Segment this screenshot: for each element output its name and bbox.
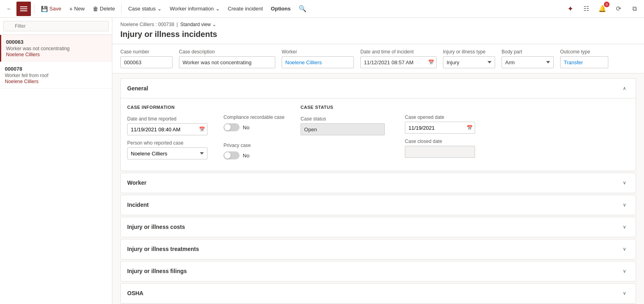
section-osha-toggle[interactable]: ∨ — [620, 288, 629, 298]
date-time-input[interactable] — [360, 56, 437, 68]
worker-input[interactable] — [282, 56, 354, 68]
section-osha-title: OSHA — [127, 290, 143, 296]
save-button[interactable]: 💾 Save — [38, 4, 65, 14]
section-general: General ∧ CASE INFORMATION Date and time… — [120, 78, 636, 171]
create-incident-button[interactable]: Create incident — [225, 4, 266, 13]
case-opened-label: Case opened date — [405, 114, 475, 120]
section-costs-title: Injury or illness costs — [127, 224, 185, 230]
refresh-icon: ⟳ — [616, 5, 621, 12]
chevron-down-icon-worker: ∨ — [623, 180, 626, 186]
section-costs-header[interactable]: Injury or illness costs ∨ — [121, 217, 636, 237]
refresh-button[interactable]: ⟳ — [612, 2, 625, 15]
section-filings-toggle[interactable]: ∨ — [620, 266, 629, 276]
section-incident-toggle[interactable]: ∨ — [620, 200, 629, 210]
case-desc-1: Worker was not concentrating — [6, 46, 107, 51]
privacy-toggle[interactable] — [223, 151, 240, 159]
case-description-input[interactable] — [179, 56, 275, 68]
worker-label: Worker — [282, 49, 354, 55]
person-reported-select[interactable]: Noelene Cilliers — [127, 147, 207, 159]
general-grid: CASE INFORMATION Date and time reported … — [127, 105, 629, 164]
case-closed-field: Case closed date — [405, 139, 475, 158]
section-incident-title: Incident — [127, 202, 149, 208]
separator-2 — [121, 4, 122, 14]
sidebar-item-000078[interactable]: 000078 Worker fell from roof Noelene Cil… — [0, 62, 112, 89]
delete-button[interactable]: 🗑 Delete — [89, 4, 118, 14]
recordable-knob — [224, 124, 231, 131]
case-closed-input[interactable] — [405, 146, 475, 158]
section-costs: Injury or illness costs ∨ — [120, 217, 636, 237]
breadcrumb-separator: | — [177, 22, 178, 27]
search-button[interactable]: 🔍 — [295, 3, 310, 14]
section-worker-header[interactable]: Worker ∨ — [121, 173, 636, 193]
sidebar-filter-area: 🔍 — [0, 18, 112, 35]
case-info-subtitle: CASE INFORMATION — [127, 105, 207, 110]
outcome-type-input[interactable] — [560, 56, 608, 68]
filter-input[interactable] — [3, 21, 109, 31]
section-filings-header[interactable]: Injury or illness filings ∨ — [121, 261, 636, 281]
section-treatments-toggle[interactable]: ∨ — [620, 244, 629, 254]
case-number-2: 000078 — [5, 66, 107, 72]
favorites-icon: ✦ — [567, 4, 573, 13]
case-description-field: Case description — [179, 49, 275, 68]
case-closed-wrapper — [405, 146, 475, 158]
date-reported-calendar-icon[interactable]: 📅 — [199, 126, 205, 132]
injury-type-select[interactable]: Injury Illness Near miss — [443, 56, 495, 68]
compliance-recordable-group: Compliance recordable case No — [223, 114, 284, 136]
date-reported-field: Date and time reported 📅 — [127, 116, 207, 135]
section-filings: Injury or illness filings ∨ — [120, 261, 636, 282]
case-closed-label: Case closed date — [405, 139, 475, 144]
back-button[interactable]: ← — [3, 4, 15, 13]
worker-information-button[interactable]: Worker information ⌄ — [167, 4, 223, 13]
outcome-type-field: Outcome type — [560, 49, 608, 68]
outcome-type-label: Outcome type — [560, 49, 608, 55]
toolbar-right: ✦ ☷ 🔔 0 ⟳ ⧉ — [564, 2, 641, 15]
section-costs-toggle[interactable]: ∨ — [620, 222, 629, 232]
injury-type-field: Injury or illness type Injury Illness Ne… — [443, 49, 495, 68]
chevron-down-icon-treatments: ∨ — [623, 246, 626, 252]
status-input[interactable] — [301, 123, 385, 135]
case-opened-input[interactable] — [405, 122, 475, 134]
section-incident: Incident ∨ — [120, 195, 636, 215]
recordable-toggle[interactable] — [223, 123, 240, 131]
chevron-down-icon-osha: ∨ — [623, 290, 626, 296]
section-filings-title: Injury or illness filings — [127, 268, 187, 274]
person-reported-label: Person who reported case — [127, 140, 207, 146]
case-opened-wrapper: 📅 — [405, 122, 475, 134]
person-reported-field: Person who reported case Noelene Cillier… — [127, 140, 207, 159]
privacy-case-group: Privacy case No — [223, 143, 284, 164]
opened-calendar-icon[interactable]: 📅 — [467, 125, 473, 131]
case-status-button[interactable]: Case status ⌄ — [125, 4, 165, 13]
apps-icon-button[interactable]: ☷ — [580, 2, 593, 15]
date-reported-input[interactable] — [127, 123, 207, 135]
worker-info-chevron-icon: ⌄ — [215, 6, 220, 12]
body-part-label: Body part — [502, 49, 554, 55]
section-worker-toggle[interactable]: ∨ — [620, 178, 629, 188]
case-number-label: Case number — [120, 49, 173, 55]
date-time-label: Date and time of incident — [360, 49, 437, 55]
body-part-select[interactable]: Arm Head Leg Back Hand — [502, 56, 554, 68]
hamburger-button[interactable] — [16, 2, 31, 16]
recordable-toggle-row: No — [223, 123, 284, 131]
sidebar-item-000063[interactable]: 000063 Worker was not concentrating Noel… — [0, 35, 112, 62]
section-incident-header[interactable]: Incident ∨ — [121, 195, 636, 215]
date-time-calendar-icon[interactable]: 📅 — [428, 59, 434, 65]
standard-view-link[interactable]: Standard view ⌄ — [180, 22, 216, 27]
options-button[interactable]: Options — [268, 4, 294, 13]
body-part-field: Body part Arm Head Leg Back Hand — [502, 49, 554, 68]
recordable-label: Compliance recordable case — [223, 114, 284, 120]
privacy-knob — [224, 152, 231, 159]
new-button[interactable]: + New — [66, 4, 88, 14]
compliance-col: Compliance recordable case No — [223, 105, 284, 164]
case-number-input[interactable] — [120, 56, 173, 68]
favorites-icon-button[interactable]: ✦ — [564, 2, 577, 15]
section-treatments-header[interactable]: Injury or illness treatments ∨ — [121, 239, 636, 259]
section-general-toggle[interactable]: ∧ — [620, 84, 629, 93]
case-worker-2: Noelene Cilliers — [5, 79, 107, 84]
case-desc-2: Worker fell from roof — [5, 73, 107, 78]
content-header: Noelene Cilliers : 000738 | Standard vie… — [112, 18, 644, 44]
open-in-new-button[interactable]: ⧉ — [628, 2, 641, 15]
section-general-title: General — [127, 85, 148, 92]
section-general-header[interactable]: General ∧ — [121, 79, 636, 98]
section-osha-header[interactable]: OSHA ∨ — [121, 284, 636, 303]
worker-field: Worker — [282, 49, 354, 68]
